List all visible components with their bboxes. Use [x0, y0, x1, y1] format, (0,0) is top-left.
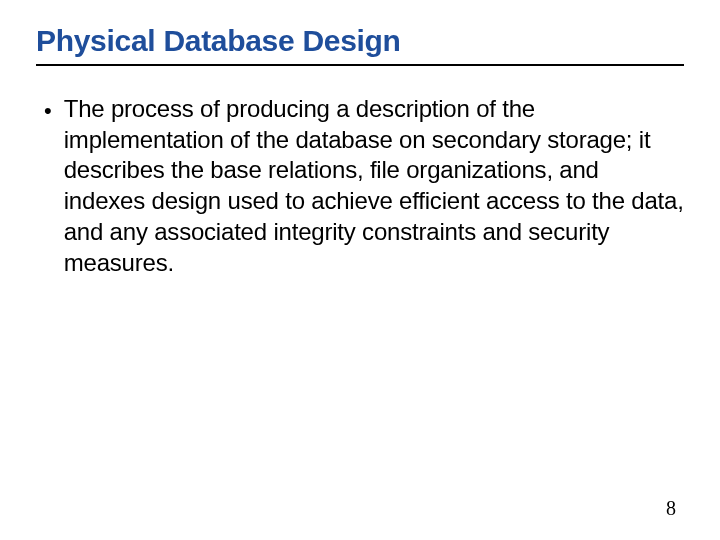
bullet-marker-icon: •	[44, 95, 52, 127]
slide-content: • The process of producing a description…	[36, 94, 684, 278]
slide-title: Physical Database Design	[36, 24, 684, 66]
page-number: 8	[666, 497, 676, 520]
slide-container: Physical Database Design • The process o…	[0, 0, 720, 540]
bullet-item: • The process of producing a description…	[44, 94, 684, 278]
bullet-text: The process of producing a description o…	[64, 94, 684, 278]
